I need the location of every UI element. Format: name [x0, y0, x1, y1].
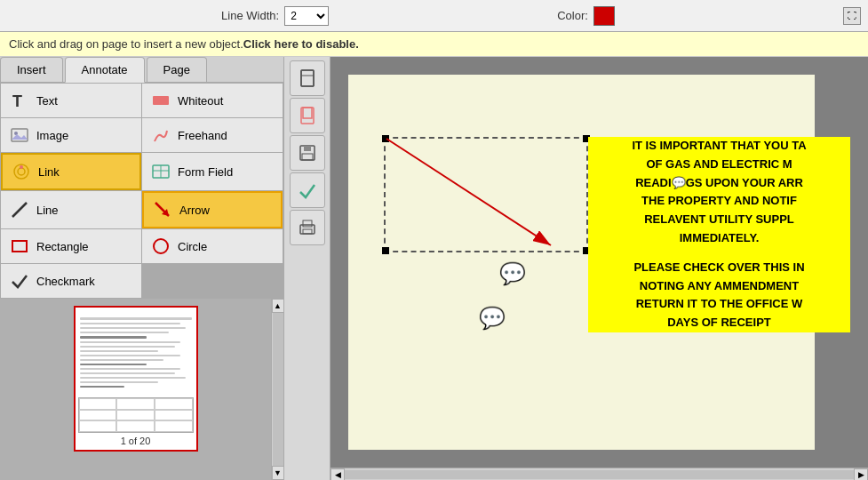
top-toolbar: Line Width: 2 1 3 4 Color: ⛶	[0, 0, 868, 32]
tool-arrow[interactable]: Arrow	[142, 191, 283, 228]
doc-line-8: NOTING ANY AMMENDMENT	[588, 277, 850, 296]
circle-tool-icon	[151, 236, 171, 256]
maximize-button[interactable]: ⛶	[843, 7, 861, 25]
tool-formfield[interactable]: Form Field	[142, 153, 283, 190]
tab-page[interactable]: Page	[147, 57, 207, 82]
svg-rect-16	[301, 70, 314, 86]
thumbnail-panel: 1 of 20 ▲ ▼	[0, 299, 283, 480]
content-area: 💬 💬 IT IS IMPORTANT THAT YOU TA OF GAS A…	[330, 57, 868, 480]
doc-line-10: DAYS OF RECEIPT	[588, 314, 850, 332]
line-width-select[interactable]: 2 1 3 4	[284, 6, 329, 26]
scroll-right-arrow[interactable]: ▶	[854, 468, 868, 481]
thumbnail-scrollbar: ▲ ▼	[271, 299, 283, 480]
svg-text:T: T	[12, 92, 22, 110]
doc-line-7: PLEASE CHECK OVER THIS IN	[588, 259, 850, 277]
scroll-up-arrow[interactable]: ▲	[272, 299, 284, 313]
main-layout: Insert Annotate Page T Text Whiteout	[0, 57, 868, 480]
svg-rect-21	[304, 146, 311, 151]
tool-text[interactable]: T Text	[1, 84, 141, 117]
image-tool-icon	[10, 125, 29, 145]
tool-freehand-label: Freehand	[178, 129, 227, 142]
svg-rect-19	[303, 108, 312, 118]
scroll-down-arrow[interactable]: ▼	[272, 466, 284, 480]
check-icon-btn[interactable]	[290, 172, 325, 208]
tool-text-label: Text	[36, 94, 58, 108]
info-bar[interactable]: Click and drag on page to insert a new o…	[0, 32, 868, 57]
tool-link[interactable]: Link	[1, 153, 141, 190]
color-section: Color:	[557, 6, 615, 26]
color-picker[interactable]	[593, 6, 615, 26]
save-icon-btn[interactable]	[290, 135, 325, 171]
svg-rect-24	[303, 220, 312, 227]
tool-whiteout-label: Whiteout	[178, 94, 223, 108]
checkmark-tool-icon	[10, 271, 29, 291]
tool-freehand[interactable]: Freehand	[142, 118, 283, 152]
scroll-left-arrow[interactable]: ◀	[330, 468, 345, 481]
annotation-grid: T Text Whiteout	[0, 83, 283, 299]
thumbnail-page-1[interactable]: 1 of 20	[74, 306, 198, 452]
tool-line-label: Line	[36, 204, 59, 217]
doc-line-2: OF GAS AND ELECTRIC M	[588, 156, 850, 174]
tool-arrow-label: Arrow	[179, 204, 210, 217]
tool-checkmark[interactable]: Checkmark	[1, 264, 141, 298]
info-message: Click and drag on page to insert a new o…	[9, 37, 243, 51]
tool-whiteout[interactable]: Whiteout	[142, 84, 283, 117]
link-tool-icon	[12, 162, 31, 181]
color-label: Color:	[557, 9, 588, 22]
bookmarks-icon-btn[interactable]	[290, 98, 325, 133]
whiteout-tool-icon	[151, 91, 171, 110]
scroll-track[interactable]	[273, 313, 283, 466]
doc-line-5: RELAVENT UTILITY SUPPL	[588, 211, 850, 229]
h-scroll-track[interactable]	[345, 470, 854, 479]
tool-link-label: Link	[38, 165, 60, 179]
chat-icon-1[interactable]: 💬	[499, 261, 526, 286]
text-tool-icon: T	[10, 91, 29, 110]
doc-line-4: THE PROPERTY AND NOTIF	[588, 192, 850, 211]
tool-formfield-label: Form Field	[178, 165, 233, 179]
doc-text-block: IT IS IMPORTANT THAT YOU TA OF GAS AND E…	[588, 137, 850, 332]
tool-rectangle-label: Rectangle	[36, 240, 89, 253]
thumbnail-list[interactable]: 1 of 20	[0, 299, 271, 480]
tool-image-label: Image	[36, 129, 68, 142]
svg-point-14	[154, 239, 168, 253]
svg-rect-1	[153, 96, 169, 105]
tool-checkmark-label: Checkmark	[36, 275, 95, 288]
pages-icon-btn[interactable]	[290, 60, 325, 96]
doc-spacer	[588, 248, 850, 259]
chat-icon-2[interactable]: 💬	[479, 306, 506, 331]
tool-rectangle[interactable]: Rectangle	[1, 229, 141, 263]
page-label: 1 of 20	[121, 436, 151, 446]
document-text: IT IS IMPORTANT THAT YOU TA OF GAS AND E…	[588, 137, 850, 468]
line-tool-icon	[10, 200, 29, 220]
formfield-tool-icon	[151, 162, 171, 181]
tool-image[interactable]: Image	[1, 118, 141, 152]
left-icon-panel	[284, 57, 330, 480]
svg-point-6	[20, 165, 23, 169]
svg-rect-22	[302, 154, 313, 160]
tab-bar: Insert Annotate Page	[0, 57, 283, 83]
line-width-label: Line Width:	[221, 9, 279, 22]
tool-circle-label: Circle	[178, 240, 207, 253]
doc-line-3: READI💬GS UPON YOUR ARR	[588, 174, 850, 193]
doc-line-1: IT IS IMPORTANT THAT YOU TA	[588, 137, 850, 156]
info-disable-link[interactable]: Click here to disable.	[243, 37, 359, 51]
freehand-tool-icon	[151, 125, 171, 145]
tool-circle[interactable]: Circle	[142, 229, 283, 263]
doc-line-9: RETURN IT TO THE OFFICE W	[588, 295, 850, 314]
svg-rect-13	[12, 241, 27, 252]
page-content[interactable]: 💬 💬 IT IS IMPORTANT THAT YOU TA OF GAS A…	[330, 57, 868, 468]
line-width-section: Line Width: 2 1 3 4	[221, 6, 329, 26]
tab-insert[interactable]: Insert	[0, 57, 63, 82]
doc-line-6: IMMEDIATELY.	[588, 229, 850, 248]
horizontal-scrollbar: ◀ ▶	[330, 468, 868, 480]
svg-line-10	[12, 203, 27, 217]
tool-line[interactable]: Line	[1, 191, 141, 228]
tab-annotate[interactable]: Annotate	[65, 57, 145, 83]
print-icon-btn[interactable]	[290, 210, 325, 245]
chat-inline-icon: 💬	[672, 176, 686, 189]
arrow-tool-icon	[153, 200, 172, 220]
svg-rect-15	[301, 70, 314, 86]
left-panel: Insert Annotate Page T Text Whiteout	[0, 57, 284, 480]
rectangle-tool-icon	[10, 236, 29, 256]
